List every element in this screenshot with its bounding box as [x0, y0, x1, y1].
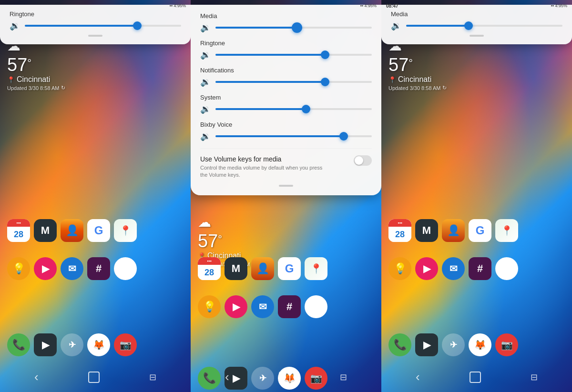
right-bottom-nav: ‹ ⊟ [381, 366, 572, 388]
m-calendar-icon[interactable]: ▪▪▪ 28 [198, 257, 221, 280]
media-thumb-right[interactable] [464, 21, 473, 30]
system-fill [215, 108, 306, 110]
firefox-icon[interactable]: 🦊 [87, 333, 110, 356]
media-track[interactable] [215, 27, 372, 29]
middle-drag-handle[interactable] [279, 185, 293, 187]
notifications-volume-icon: 🔉 [200, 77, 211, 87]
left-temp: 57° [7, 55, 65, 75]
notifications-thumb[interactable] [321, 78, 329, 86]
photo-icon[interactable]: 👤 [61, 219, 83, 242]
back-button[interactable]: ‹ [34, 370, 39, 384]
use-vol-keys-title: Use Volume keys for media [200, 155, 322, 163]
left-bottom-nav: ‹ ⊟ [0, 366, 191, 388]
ringtone-section: Ringtone 🔉 [200, 40, 372, 60]
middle-app-row-2: 💡 ▶ ✉ # ▶ [198, 295, 374, 318]
play-store-icon[interactable]: ▶ [114, 257, 137, 280]
r-photo-icon[interactable]: 👤 [442, 219, 465, 242]
middle-status-icons: ▪▪ 4:95% [360, 3, 377, 8]
bixby-volume-icon: 🔉 [200, 131, 211, 141]
r-video-icon[interactable]: ▶ [415, 333, 438, 356]
media-track-right[interactable] [406, 25, 562, 27]
recent-button[interactable]: ⊟ [149, 372, 156, 382]
video-icon[interactable]: ▶ [34, 333, 57, 356]
left-app-row-1: ▪▪▪ 28 M 👤 G 📍 [7, 219, 184, 242]
maps-icon[interactable]: 📍 [114, 219, 137, 242]
system-slider-row: 🔉 [200, 104, 372, 114]
ringtone-thumb[interactable] [133, 21, 142, 30]
r-calendar-icon[interactable]: ▪▪▪ 28 [388, 219, 411, 242]
r-firefox-icon[interactable]: 🦊 [469, 333, 491, 356]
bixby-thumb[interactable] [339, 132, 348, 141]
bixby-track[interactable] [215, 135, 372, 137]
m-slack-icon[interactable]: # [278, 295, 301, 318]
left-volume-panel: Ringtone 🔉 [0, 5, 191, 44]
mail-icon[interactable]: M [34, 219, 57, 242]
r-maps-icon[interactable]: 📍 [495, 219, 518, 242]
media-fill [215, 27, 297, 29]
m-home-button[interactable] [279, 372, 290, 383]
media-slider-row: 🔉 [200, 22, 372, 33]
notifications-section: Notifications 🔉 [200, 67, 372, 87]
m-back-button[interactable]: ‹ [225, 370, 229, 384]
middle-battery: ▪▪ 4:95% [360, 3, 377, 8]
r-play-store-icon[interactable]: ▶ [495, 257, 518, 280]
calendar-icon[interactable]: ▪▪▪ 28 [7, 219, 30, 242]
m-messages-icon[interactable]: ✉ [251, 295, 274, 318]
camera-icon[interactable]: 📷 [114, 333, 137, 356]
r-mail-icon[interactable]: M [415, 219, 438, 242]
right-temp: 57° [388, 55, 447, 75]
r-slack-icon[interactable]: # [469, 257, 491, 280]
system-thumb[interactable] [302, 105, 310, 113]
r-camera-icon[interactable]: 📷 [495, 333, 518, 356]
ringtone-slider-row-full: 🔉 [200, 50, 372, 60]
ringtone-track[interactable] [25, 25, 181, 27]
home-button[interactable] [88, 372, 100, 383]
system-label: System [200, 94, 372, 101]
bixby-slider-row: 🔉 [200, 131, 372, 141]
right-app-row-1: ▪▪▪ 28 M 👤 G 📍 [388, 219, 565, 242]
volume-keys-toggle[interactable] [354, 155, 372, 166]
messages-icon[interactable]: ✉ [61, 257, 83, 280]
send-icon[interactable]: ✈ [61, 333, 83, 356]
r-send-icon[interactable]: ✈ [442, 333, 465, 356]
phone-icon[interactable]: 📞 [7, 333, 30, 356]
slack-icon[interactable]: # [87, 257, 110, 280]
r-back-button[interactable]: ‹ [416, 370, 420, 384]
media-thumb[interactable] [292, 22, 302, 33]
r-play-pink-icon[interactable]: ▶ [415, 257, 438, 280]
right-drag-handle[interactable] [470, 35, 484, 37]
m-bulb-icon[interactable]: 💡 [198, 295, 221, 318]
ringtone-track-full[interactable] [215, 54, 372, 56]
volume-icon: 🔉 [10, 20, 20, 31]
middle-app-row-1: ▪▪▪ 28 M 👤 G 📍 [198, 257, 374, 280]
m-google-icon[interactable]: G [278, 257, 301, 280]
m-mail-icon[interactable]: M [225, 257, 247, 280]
drag-handle[interactable] [88, 35, 102, 37]
m-recent-button[interactable]: ⊟ [340, 372, 347, 382]
google-icon[interactable]: G [87, 219, 110, 242]
right-weather-widget: ☁ 57° 📍 Cincinnati Updated 3/30 8:58 AM … [388, 38, 447, 91]
play-pink-icon[interactable]: ▶ [34, 257, 57, 280]
notifications-slider-row: 🔉 [200, 77, 372, 87]
bulb-icon[interactable]: 💡 [7, 257, 30, 280]
m-maps-icon[interactable]: 📍 [305, 257, 327, 280]
r-google-icon[interactable]: G [469, 219, 491, 242]
system-track[interactable] [215, 108, 372, 110]
notifications-track[interactable] [215, 81, 372, 83]
right-city: 📍 Cincinnati [388, 75, 447, 84]
r-recent-button[interactable]: ⊟ [531, 372, 538, 382]
ringtone-thumb-full[interactable] [321, 50, 329, 59]
ringtone-label: Ringtone [10, 10, 181, 18]
r-bulb-icon[interactable]: 💡 [388, 257, 411, 280]
notifications-label: Notifications [200, 67, 372, 74]
m-photo-icon[interactable]: 👤 [251, 257, 274, 280]
r-home-button[interactable] [470, 372, 481, 383]
m-play-pink-icon[interactable]: ▶ [225, 295, 247, 318]
middle-phone: ▪▪ 4:95% Media 🔉 Ringtone 🔉 [191, 0, 381, 392]
r-messages-icon[interactable]: ✉ [442, 257, 465, 280]
use-vol-keys-text: Use Volume keys for media Control the me… [200, 155, 322, 179]
left-status-icons: ▪▪ 4:95% [170, 3, 186, 8]
r-phone-icon[interactable]: 📞 [388, 333, 411, 356]
m-play-store-icon[interactable]: ▶ [305, 295, 327, 318]
bixby-label: Bixby Voice [200, 121, 372, 128]
